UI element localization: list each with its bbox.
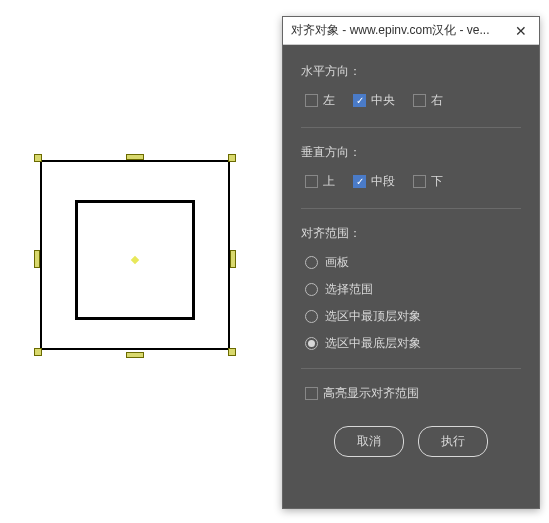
close-icon[interactable]: ✕ bbox=[511, 21, 531, 41]
checkbox-icon bbox=[305, 175, 318, 188]
checkbox-label: 上 bbox=[323, 173, 335, 190]
checkbox-icon bbox=[305, 94, 318, 107]
execute-button[interactable]: 执行 bbox=[418, 426, 488, 457]
radio-label: 选择范围 bbox=[325, 281, 373, 298]
checkbox-h-right[interactable]: 右 bbox=[413, 92, 443, 109]
radio-icon bbox=[305, 337, 318, 350]
horizontal-section-label: 水平方向： bbox=[301, 63, 521, 80]
radio-scope-artboard[interactable]: 画板 bbox=[305, 254, 521, 271]
divider bbox=[301, 208, 521, 209]
checkbox-highlight[interactable]: 高亮显示对齐范围 bbox=[305, 385, 521, 402]
dialog-title: 对齐对象 - www.epinv.com汉化 - ve... bbox=[291, 22, 511, 39]
scope-section-label: 对齐范围： bbox=[301, 225, 521, 242]
radio-icon bbox=[305, 310, 318, 323]
align-dialog: 对齐对象 - www.epinv.com汉化 - ve... ✕ 水平方向： 左… bbox=[282, 16, 540, 509]
checkbox-h-left[interactable]: 左 bbox=[305, 92, 335, 109]
selection-handle[interactable] bbox=[34, 348, 42, 356]
checkbox-label: 中段 bbox=[371, 173, 395, 190]
dialog-titlebar[interactable]: 对齐对象 - www.epinv.com汉化 - ve... ✕ bbox=[283, 17, 539, 45]
checkbox-label: 中央 bbox=[371, 92, 395, 109]
checkbox-v-bottom[interactable]: 下 bbox=[413, 173, 443, 190]
canvas-preview bbox=[0, 0, 280, 523]
checkbox-icon bbox=[413, 175, 426, 188]
radio-label: 选区中最顶层对象 bbox=[325, 308, 421, 325]
radio-label: 选区中最底层对象 bbox=[325, 335, 421, 352]
radio-scope-bottommost[interactable]: 选区中最底层对象 bbox=[305, 335, 521, 352]
radio-icon bbox=[305, 256, 318, 269]
selection-handle[interactable] bbox=[228, 348, 236, 356]
selection-handle[interactable] bbox=[126, 352, 144, 358]
divider bbox=[301, 127, 521, 128]
radio-icon bbox=[305, 283, 318, 296]
selection-handle[interactable] bbox=[34, 250, 40, 268]
checkbox-label: 左 bbox=[323, 92, 335, 109]
divider bbox=[301, 368, 521, 369]
checkbox-label: 右 bbox=[431, 92, 443, 109]
checkbox-v-top[interactable]: 上 bbox=[305, 173, 335, 190]
vertical-section-label: 垂直方向： bbox=[301, 144, 521, 161]
selection-handle[interactable] bbox=[228, 154, 236, 162]
cancel-button[interactable]: 取消 bbox=[334, 426, 404, 457]
checkbox-icon bbox=[413, 94, 426, 107]
radio-label: 画板 bbox=[325, 254, 349, 271]
selection-handle[interactable] bbox=[230, 250, 236, 268]
checkbox-icon bbox=[353, 94, 366, 107]
radio-scope-selection[interactable]: 选择范围 bbox=[305, 281, 521, 298]
radio-scope-topmost[interactable]: 选区中最顶层对象 bbox=[305, 308, 521, 325]
selection-handle[interactable] bbox=[34, 154, 42, 162]
checkbox-icon bbox=[305, 387, 318, 400]
checkbox-label: 下 bbox=[431, 173, 443, 190]
selection-handle[interactable] bbox=[126, 154, 144, 160]
checkbox-v-middle[interactable]: 中段 bbox=[353, 173, 395, 190]
checkbox-icon bbox=[353, 175, 366, 188]
checkbox-h-center[interactable]: 中央 bbox=[353, 92, 395, 109]
checkbox-label: 高亮显示对齐范围 bbox=[323, 385, 419, 402]
